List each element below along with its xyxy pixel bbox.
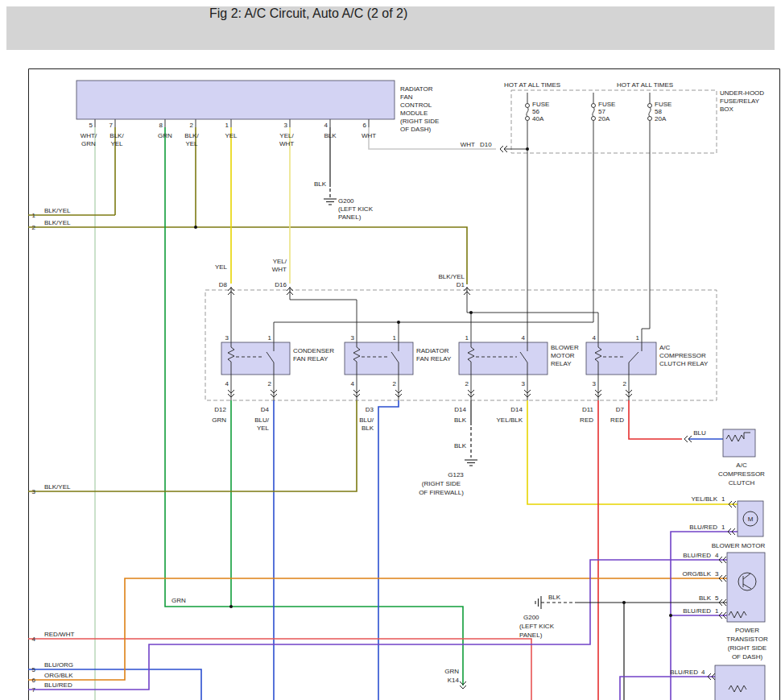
- pin-number: 3: [284, 122, 288, 129]
- wire-color-label: BLU/: [254, 416, 270, 424]
- wire-number: 5: [32, 666, 36, 673]
- fuse-rating: 20A: [655, 115, 667, 122]
- junction-dot: [669, 614, 672, 617]
- fuse56-terminal-bottom: [526, 117, 530, 121]
- fuse58-leads: [642, 93, 650, 342]
- wire-blu-red-bottom-right: [620, 677, 715, 700]
- wire-blu-blk-d3: [378, 400, 399, 700]
- fuse-number: 56: [532, 108, 539, 115]
- wire-yel-blk-to-blower: [527, 400, 738, 504]
- ac-compressor-clutch-box: [723, 429, 755, 457]
- wire-blk-yel-2-to-d1: [28, 227, 467, 284]
- wire-color-label: WHT: [272, 266, 287, 273]
- radiator-fan-control-module-box: [76, 81, 395, 119]
- pin-number: 4: [324, 122, 329, 129]
- wire-color-label: BLK/YEL: [44, 483, 71, 491]
- wire-color-label: BLU/RED: [683, 552, 711, 559]
- wire-color-label: YEL: [185, 140, 198, 147]
- diagram-labels: RADIATORFANCONTROLMODULE(RIGHT SIDEOF DA…: [32, 81, 768, 694]
- component-label: A/C: [736, 462, 747, 469]
- wire-color-label: BLU/ORG: [44, 661, 73, 669]
- box-label: BOX: [720, 106, 734, 113]
- relay-name: COMPRESSOR: [659, 352, 706, 359]
- wire-color-label: RED: [610, 416, 624, 424]
- fuse57-leads: [274, 93, 593, 342]
- component-label: TRANSISTOR: [726, 636, 768, 643]
- wires: [28, 127, 738, 700]
- relay-pin-number: 4: [522, 334, 526, 342]
- relay-pin-number: 2: [268, 380, 272, 387]
- wire-color-label: BLK: [699, 594, 712, 602]
- pin-number: 4: [701, 669, 705, 676]
- wire-color-label: YEL/: [279, 132, 294, 139]
- junction-dot: [526, 147, 529, 151]
- relay-pin-number: 4: [593, 334, 597, 342]
- module-name: FAN: [400, 93, 413, 101]
- wire-number: 4: [32, 636, 36, 643]
- wire-color-label: BLK: [324, 132, 337, 139]
- box-label: UNDER-HOOD: [720, 89, 764, 97]
- relay-pin-number: 3: [593, 380, 597, 387]
- wire-number: 7: [32, 686, 36, 694]
- relay-pin-number: 4: [351, 380, 355, 387]
- box-label: FUSE/RELAY: [720, 97, 760, 105]
- wire-color-label: WHT/: [81, 132, 97, 139]
- fuse57-terminal-bottom: [592, 117, 596, 121]
- wire-color-label: BLK: [548, 594, 561, 601]
- pin-number: 6: [363, 122, 367, 129]
- pin-number: 1: [721, 495, 725, 503]
- relay-pin-number: 3: [351, 334, 355, 342]
- relay-pin-number: 1: [393, 334, 397, 342]
- ground-location: (LEFT KICK: [519, 623, 555, 630]
- pin-number: 8: [159, 122, 163, 129]
- wire-red-d7: [629, 400, 682, 439]
- wire-color-label: BLU/: [359, 416, 374, 424]
- wire-color-label: BLK: [362, 425, 374, 432]
- fuse-label: FUSE: [655, 101, 671, 108]
- junction-dots: [194, 147, 672, 617]
- relay-pin-number: 4: [225, 380, 229, 387]
- component-location: (RIGHT SIDE: [728, 644, 767, 652]
- wire-color-label: BLU/RED: [683, 607, 711, 615]
- component-label: CLUTCH: [729, 479, 755, 487]
- blower-motor-relay-box: [459, 342, 548, 375]
- relay-name: CONDENSER: [293, 347, 334, 354]
- ground-location: PANEL): [338, 213, 362, 221]
- pin-number: 1: [721, 524, 725, 531]
- wire-color-label: WHT: [362, 132, 376, 139]
- relay-name: RELAY: [551, 360, 572, 367]
- ground-location: (RIGHT SIDE: [422, 480, 461, 487]
- ground-label: G200: [338, 197, 354, 205]
- junction-dot: [469, 311, 473, 314]
- connector-id: D4: [261, 406, 270, 413]
- wire-color-label: ORG/BLK: [44, 672, 73, 679]
- connector-id: D14: [454, 406, 466, 413]
- wire-number: 6: [32, 677, 36, 684]
- relay-pin-number: 1: [636, 334, 640, 342]
- relay-coil-feed-d1: [467, 287, 598, 342]
- pin-number: 5: [89, 122, 93, 129]
- wire-color-label: BLK/: [110, 132, 124, 139]
- relay-name: BLOWER: [551, 344, 579, 351]
- fuse58-element: [649, 108, 651, 117]
- wire-color-label: BLK/YEL: [439, 273, 465, 280]
- connector-id: K14: [448, 677, 460, 684]
- connector-id: D12: [214, 406, 226, 413]
- fuse-number: 58: [655, 108, 662, 115]
- pin-number: 3: [715, 570, 719, 578]
- wire-blk-yel-3: [28, 400, 357, 491]
- wire-number: 3: [32, 488, 36, 495]
- wire-color-label: BLK/YEL: [44, 207, 71, 214]
- pin-number: 5: [715, 594, 719, 602]
- connector-id: D7: [616, 406, 625, 413]
- relay-name: MOTOR: [551, 352, 575, 359]
- fuse57-terminal-top: [592, 104, 596, 108]
- junction-dot: [622, 601, 626, 604]
- wire-color-label: YEL: [225, 132, 238, 139]
- connector-id: D3: [366, 406, 374, 413]
- component-location: OF DASH): [732, 653, 763, 661]
- relay-name: A/C: [659, 344, 671, 351]
- wire-color-label: YEL/BLK: [692, 495, 718, 503]
- junction-dot: [229, 605, 233, 608]
- relay-name: FAN RELAY: [293, 355, 329, 362]
